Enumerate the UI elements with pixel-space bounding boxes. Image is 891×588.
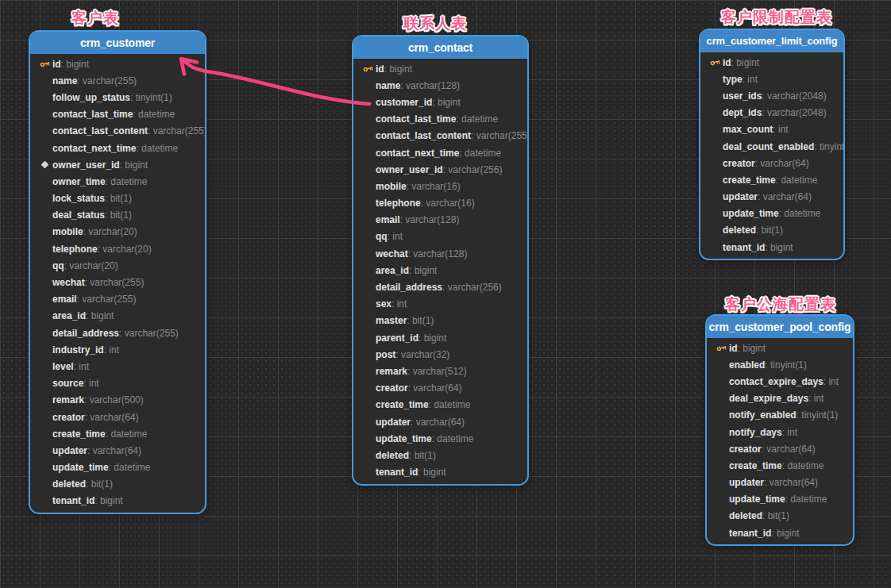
field-row[interactable]: remark: varchar(512)	[353, 363, 527, 379]
table-header[interactable]: crm_customer_pool_config	[707, 316, 853, 338]
field-row[interactable]: tenant_id: bigint	[700, 239, 843, 256]
field-row[interactable]: user_ids: varchar(2048)	[700, 87, 843, 104]
field-row[interactable]: owner_user_id: varchar(256)	[353, 161, 527, 178]
field-row[interactable]: customer_id: bigint	[353, 94, 527, 110]
field-row[interactable]: deleted: bit(1)	[30, 476, 205, 493]
field-row[interactable]: follow_up_status: tinyint(1)	[30, 89, 205, 106]
field-row[interactable]: post: varchar(32)	[353, 346, 527, 363]
field-row[interactable]: id: bigint	[30, 56, 205, 72]
field-row[interactable]: wechat: varchar(255)	[30, 274, 205, 290]
field-name: customer_id	[376, 97, 432, 108]
field-row[interactable]: enabled: tinyint(1)	[707, 356, 853, 373]
field-row[interactable]: lock_status: bit(1)	[30, 190, 205, 207]
field-row[interactable]: area_id: bigint	[30, 308, 205, 325]
field-row[interactable]: deal_expire_days: int	[707, 390, 853, 407]
field-row[interactable]: update_time: datetime	[30, 459, 205, 476]
field-row[interactable]: update_time: datetime	[707, 491, 853, 508]
field-row[interactable]: qq: int	[353, 229, 527, 245]
field-row[interactable]: mobile: varchar(16)	[353, 178, 527, 194]
field-row[interactable]: email: varchar(255)	[30, 291, 205, 308]
field-row[interactable]: deleted: bit(1)	[353, 447, 527, 463]
field-row[interactable]: notify_enabled: tinyint(1)	[707, 407, 853, 424]
field-type: : bigint	[94, 495, 122, 506]
field-row[interactable]: remark: varchar(500)	[30, 392, 205, 409]
table-crm_customer_limit_config[interactable]: 客户限制配置表crm_customer_limit_configid: bigi…	[699, 29, 845, 260]
field-name: updater	[52, 445, 87, 456]
field-row[interactable]: updater: varchar(64)	[707, 475, 853, 491]
field-name: email	[52, 294, 77, 305]
diagram-canvas[interactable]: 客户表crm_customerid: bigintname: varchar(2…	[0, 0, 891, 588]
field-row[interactable]: create_time: datetime	[353, 397, 527, 413]
field-row[interactable]: owner_user_id: bigint	[30, 156, 205, 173]
field-row[interactable]: updater: varchar(64)	[700, 189, 843, 206]
field-row[interactable]: source: int	[30, 375, 205, 392]
field-row[interactable]: id: bigint	[700, 54, 843, 71]
field-row[interactable]: sex: int	[353, 296, 527, 313]
field-row[interactable]: contact_last_time: datetime	[30, 106, 205, 123]
table-annotation-crm_contact[interactable]: 联系人表	[403, 13, 467, 34]
table-header[interactable]: crm_customer_limit_config	[700, 30, 843, 52]
field-row[interactable]: deleted: bit(1)	[700, 222, 843, 239]
field-row[interactable]: tenant_id: bigint	[353, 464, 527, 481]
field-name: follow_up_status	[52, 92, 130, 103]
field-row[interactable]: name: varchar(128)	[353, 77, 527, 94]
field-row[interactable]: contact_next_time: datetime	[353, 144, 527, 161]
field-row[interactable]: dept_ids: varchar(2048)	[700, 105, 843, 121]
field-type: : varchar(64)	[411, 417, 465, 428]
field-row[interactable]: owner_time: datetime	[30, 173, 205, 190]
table-annotation-crm_customer_pool_config[interactable]: 客户公海配置表	[725, 294, 836, 315]
table-header[interactable]: crm_customer	[30, 32, 205, 54]
field-name: creator	[729, 444, 762, 455]
field-row[interactable]: name: varchar(255)	[30, 72, 205, 89]
table-crm_customer_pool_config[interactable]: 客户公海配置表crm_customer_pool_configid: bigin…	[705, 314, 854, 546]
field-row[interactable]: tenant_id: bigint	[707, 525, 853, 541]
field-row[interactable]: contact_last_time: datetime	[353, 111, 527, 128]
field-row[interactable]: deleted: bit(1)	[707, 508, 853, 525]
field-row[interactable]: contact_next_time: datetime	[30, 140, 205, 156]
field-row[interactable]: level: int	[30, 358, 205, 375]
field-row[interactable]: industry_id: int	[30, 341, 205, 358]
field-row[interactable]: create_time: datetime	[30, 425, 205, 442]
field-name: telephone	[376, 198, 421, 209]
field-row[interactable]: creator: varchar(64)	[353, 380, 527, 397]
field-row[interactable]: creator: varchar(64)	[30, 409, 205, 425]
field-row[interactable]: deal_count_enabled: tinyint	[700, 138, 843, 155]
field-row[interactable]: creator: varchar(64)	[707, 440, 853, 457]
field-row[interactable]: area_id: bigint	[353, 262, 527, 279]
field-row[interactable]: id: bigint	[353, 60, 527, 77]
field-row[interactable]: contact_last_content: varchar(255)	[30, 123, 205, 140]
field-row[interactable]: creator: varchar(64)	[700, 155, 843, 171]
field-type: : bigint	[418, 467, 446, 478]
field-row[interactable]: max_count: int	[700, 121, 843, 138]
field-row[interactable]: detail_address: varchar(256)	[353, 279, 527, 295]
field-row[interactable]: update_time: datetime	[700, 206, 843, 222]
field-row[interactable]: telephone: varchar(16)	[353, 195, 527, 212]
field-row[interactable]: create_time: datetime	[707, 457, 853, 474]
table-header[interactable]: crm_contact	[353, 37, 527, 59]
field-row[interactable]: contact_last_content: varchar(255)	[353, 128, 527, 144]
field-row[interactable]: master: bit(1)	[353, 313, 527, 329]
field-row[interactable]: type: int	[700, 71, 843, 87]
field-row[interactable]: updater: varchar(64)	[30, 442, 205, 459]
table-annotation-crm_customer_limit_config[interactable]: 客户限制配置表	[721, 7, 832, 28]
field-row[interactable]: id: bigint	[707, 340, 853, 356]
table-crm_customer[interactable]: 客户表crm_customerid: bigintname: varchar(2…	[29, 30, 206, 514]
field-row[interactable]: deal_status: bit(1)	[30, 207, 205, 224]
field-type: : int	[104, 344, 119, 355]
field-row[interactable]: detail_address: varchar(255)	[30, 325, 205, 341]
field-row[interactable]: notify_days: int	[707, 424, 853, 440]
table-annotation-crm_customer[interactable]: 客户表	[71, 8, 119, 29]
field-row[interactable]: telephone: varchar(20)	[30, 240, 205, 257]
field-row[interactable]: create_time: datetime	[700, 171, 843, 188]
field-row[interactable]: tenant_id: bigint	[30, 493, 205, 509]
field-row[interactable]: qq: varchar(20)	[30, 257, 205, 274]
field-row[interactable]: mobile: varchar(20)	[30, 224, 205, 240]
field-row[interactable]: contact_expire_days: int	[707, 373, 853, 390]
field-row[interactable]: update_time: datetime	[353, 430, 527, 447]
field-name: mobile	[376, 181, 407, 192]
table-crm_contact[interactable]: 联系人表crm_contactid: bigintname: varchar(1…	[352, 35, 529, 486]
field-row[interactable]: wechat: varchar(128)	[353, 245, 527, 262]
field-row[interactable]: email: varchar(128)	[353, 212, 527, 229]
field-row[interactable]: parent_id: bigint	[353, 329, 527, 346]
field-row[interactable]: updater: varchar(64)	[353, 413, 527, 430]
